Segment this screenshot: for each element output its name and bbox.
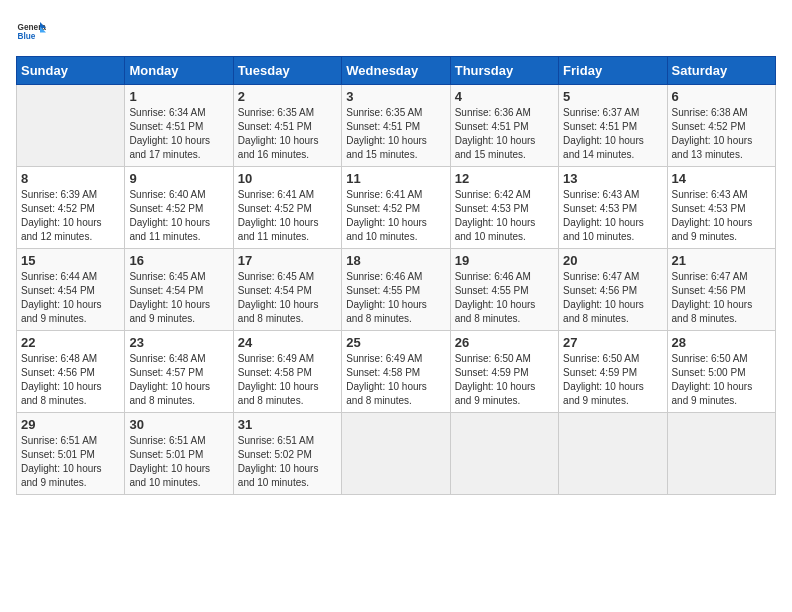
day-info: Sunrise: 6:44 AMSunset: 4:54 PMDaylight:…: [21, 270, 120, 326]
calendar-cell: 12Sunrise: 6:42 AMSunset: 4:53 PMDayligh…: [450, 167, 558, 249]
calendar-cell: [17, 85, 125, 167]
day-info: Sunrise: 6:42 AMSunset: 4:53 PMDaylight:…: [455, 188, 554, 244]
day-info: Sunrise: 6:41 AMSunset: 4:52 PMDaylight:…: [238, 188, 337, 244]
calendar-cell: 31Sunrise: 6:51 AMSunset: 5:02 PMDayligh…: [233, 413, 341, 495]
day-number: 3: [346, 89, 445, 104]
day-number: 20: [563, 253, 662, 268]
day-info: Sunrise: 6:46 AMSunset: 4:55 PMDaylight:…: [455, 270, 554, 326]
day-number: 5: [563, 89, 662, 104]
day-number: 31: [238, 417, 337, 432]
day-header-tuesday: Tuesday: [233, 57, 341, 85]
day-number: 28: [672, 335, 771, 350]
day-info: Sunrise: 6:51 AMSunset: 5:01 PMDaylight:…: [21, 434, 120, 490]
calendar-cell: 30Sunrise: 6:51 AMSunset: 5:01 PMDayligh…: [125, 413, 233, 495]
day-info: Sunrise: 6:49 AMSunset: 4:58 PMDaylight:…: [346, 352, 445, 408]
day-number: 26: [455, 335, 554, 350]
calendar-cell: [559, 413, 667, 495]
day-info: Sunrise: 6:51 AMSunset: 5:02 PMDaylight:…: [238, 434, 337, 490]
day-info: Sunrise: 6:50 AMSunset: 4:59 PMDaylight:…: [455, 352, 554, 408]
calendar-cell: 4Sunrise: 6:36 AMSunset: 4:51 PMDaylight…: [450, 85, 558, 167]
calendar-cell: [342, 413, 450, 495]
day-number: 30: [129, 417, 228, 432]
day-info: Sunrise: 6:50 AMSunset: 5:00 PMDaylight:…: [672, 352, 771, 408]
calendar-cell: 9Sunrise: 6:40 AMSunset: 4:52 PMDaylight…: [125, 167, 233, 249]
calendar-cell: 1Sunrise: 6:34 AMSunset: 4:51 PMDaylight…: [125, 85, 233, 167]
day-number: 4: [455, 89, 554, 104]
day-info: Sunrise: 6:37 AMSunset: 4:51 PMDaylight:…: [563, 106, 662, 162]
day-info: Sunrise: 6:34 AMSunset: 4:51 PMDaylight:…: [129, 106, 228, 162]
day-info: Sunrise: 6:45 AMSunset: 4:54 PMDaylight:…: [129, 270, 228, 326]
day-number: 15: [21, 253, 120, 268]
calendar-cell: [667, 413, 775, 495]
day-info: Sunrise: 6:48 AMSunset: 4:56 PMDaylight:…: [21, 352, 120, 408]
calendar-cell: 29Sunrise: 6:51 AMSunset: 5:01 PMDayligh…: [17, 413, 125, 495]
calendar-cell: 17Sunrise: 6:45 AMSunset: 4:54 PMDayligh…: [233, 249, 341, 331]
calendar-cell: 19Sunrise: 6:46 AMSunset: 4:55 PMDayligh…: [450, 249, 558, 331]
calendar-week-row: 29Sunrise: 6:51 AMSunset: 5:01 PMDayligh…: [17, 413, 776, 495]
day-info: Sunrise: 6:49 AMSunset: 4:58 PMDaylight:…: [238, 352, 337, 408]
day-header-saturday: Saturday: [667, 57, 775, 85]
day-number: 16: [129, 253, 228, 268]
calendar-cell: 25Sunrise: 6:49 AMSunset: 4:58 PMDayligh…: [342, 331, 450, 413]
calendar-week-row: 15Sunrise: 6:44 AMSunset: 4:54 PMDayligh…: [17, 249, 776, 331]
day-number: 14: [672, 171, 771, 186]
day-info: Sunrise: 6:38 AMSunset: 4:52 PMDaylight:…: [672, 106, 771, 162]
day-number: 13: [563, 171, 662, 186]
calendar-cell: 26Sunrise: 6:50 AMSunset: 4:59 PMDayligh…: [450, 331, 558, 413]
day-info: Sunrise: 6:41 AMSunset: 4:52 PMDaylight:…: [346, 188, 445, 244]
day-info: Sunrise: 6:39 AMSunset: 4:52 PMDaylight:…: [21, 188, 120, 244]
calendar-table: SundayMondayTuesdayWednesdayThursdayFrid…: [16, 56, 776, 495]
calendar-cell: 22Sunrise: 6:48 AMSunset: 4:56 PMDayligh…: [17, 331, 125, 413]
day-number: 1: [129, 89, 228, 104]
day-number: 17: [238, 253, 337, 268]
day-number: 6: [672, 89, 771, 104]
day-header-monday: Monday: [125, 57, 233, 85]
calendar-cell: 27Sunrise: 6:50 AMSunset: 4:59 PMDayligh…: [559, 331, 667, 413]
calendar-cell: 20Sunrise: 6:47 AMSunset: 4:56 PMDayligh…: [559, 249, 667, 331]
calendar-cell: 14Sunrise: 6:43 AMSunset: 4:53 PMDayligh…: [667, 167, 775, 249]
day-header-thursday: Thursday: [450, 57, 558, 85]
calendar-cell: 24Sunrise: 6:49 AMSunset: 4:58 PMDayligh…: [233, 331, 341, 413]
day-number: 24: [238, 335, 337, 350]
day-header-wednesday: Wednesday: [342, 57, 450, 85]
day-number: 12: [455, 171, 554, 186]
day-info: Sunrise: 6:46 AMSunset: 4:55 PMDaylight:…: [346, 270, 445, 326]
day-info: Sunrise: 6:35 AMSunset: 4:51 PMDaylight:…: [238, 106, 337, 162]
calendar-cell: 2Sunrise: 6:35 AMSunset: 4:51 PMDaylight…: [233, 85, 341, 167]
day-info: Sunrise: 6:43 AMSunset: 4:53 PMDaylight:…: [563, 188, 662, 244]
calendar-cell: 15Sunrise: 6:44 AMSunset: 4:54 PMDayligh…: [17, 249, 125, 331]
calendar-cell: 5Sunrise: 6:37 AMSunset: 4:51 PMDaylight…: [559, 85, 667, 167]
day-number: 19: [455, 253, 554, 268]
day-number: 8: [21, 171, 120, 186]
day-info: Sunrise: 6:50 AMSunset: 4:59 PMDaylight:…: [563, 352, 662, 408]
day-info: Sunrise: 6:45 AMSunset: 4:54 PMDaylight:…: [238, 270, 337, 326]
day-number: 10: [238, 171, 337, 186]
calendar-cell: 3Sunrise: 6:35 AMSunset: 4:51 PMDaylight…: [342, 85, 450, 167]
calendar-week-row: 22Sunrise: 6:48 AMSunset: 4:56 PMDayligh…: [17, 331, 776, 413]
day-info: Sunrise: 6:47 AMSunset: 4:56 PMDaylight:…: [672, 270, 771, 326]
day-info: Sunrise: 6:43 AMSunset: 4:53 PMDaylight:…: [672, 188, 771, 244]
day-number: 9: [129, 171, 228, 186]
day-number: 25: [346, 335, 445, 350]
calendar-cell: [450, 413, 558, 495]
calendar-week-row: 8Sunrise: 6:39 AMSunset: 4:52 PMDaylight…: [17, 167, 776, 249]
calendar-cell: 6Sunrise: 6:38 AMSunset: 4:52 PMDaylight…: [667, 85, 775, 167]
day-number: 27: [563, 335, 662, 350]
calendar-cell: 8Sunrise: 6:39 AMSunset: 4:52 PMDaylight…: [17, 167, 125, 249]
calendar-cell: 16Sunrise: 6:45 AMSunset: 4:54 PMDayligh…: [125, 249, 233, 331]
calendar-cell: 13Sunrise: 6:43 AMSunset: 4:53 PMDayligh…: [559, 167, 667, 249]
page-header: General Blue: [16, 16, 776, 46]
day-info: Sunrise: 6:36 AMSunset: 4:51 PMDaylight:…: [455, 106, 554, 162]
calendar-week-row: 1Sunrise: 6:34 AMSunset: 4:51 PMDaylight…: [17, 85, 776, 167]
calendar-header-row: SundayMondayTuesdayWednesdayThursdayFrid…: [17, 57, 776, 85]
calendar-cell: 11Sunrise: 6:41 AMSunset: 4:52 PMDayligh…: [342, 167, 450, 249]
day-info: Sunrise: 6:48 AMSunset: 4:57 PMDaylight:…: [129, 352, 228, 408]
logo-icon: General Blue: [16, 16, 46, 46]
logo: General Blue: [16, 16, 46, 46]
day-info: Sunrise: 6:40 AMSunset: 4:52 PMDaylight:…: [129, 188, 228, 244]
day-info: Sunrise: 6:47 AMSunset: 4:56 PMDaylight:…: [563, 270, 662, 326]
calendar-cell: 18Sunrise: 6:46 AMSunset: 4:55 PMDayligh…: [342, 249, 450, 331]
day-info: Sunrise: 6:35 AMSunset: 4:51 PMDaylight:…: [346, 106, 445, 162]
day-number: 29: [21, 417, 120, 432]
calendar-cell: 10Sunrise: 6:41 AMSunset: 4:52 PMDayligh…: [233, 167, 341, 249]
